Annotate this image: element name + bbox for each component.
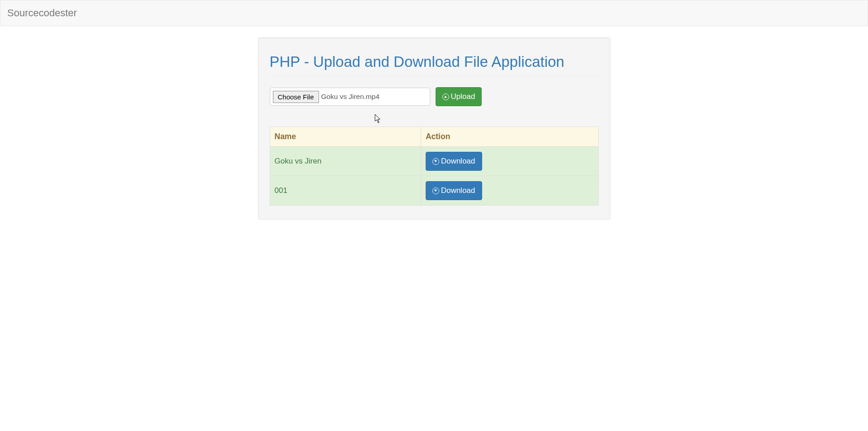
cell-name: Goku vs Jiren: [270, 147, 421, 176]
upload-button[interactable]: Upload: [436, 87, 482, 106]
download-button-label: Download: [441, 157, 475, 166]
page-title: PHP - Upload and Download File Applicati…: [270, 53, 599, 70]
download-button[interactable]: Download: [426, 152, 482, 171]
cell-action: Download: [421, 147, 598, 176]
cell-action: Download: [421, 176, 598, 206]
table-row: Goku vs Jiren Download: [270, 147, 598, 176]
header-name: Name: [270, 127, 421, 147]
table-header-row: Name Action: [270, 127, 598, 147]
choose-file-button[interactable]: Choose File: [273, 91, 319, 103]
upload-form: Choose File Goku vs Jiren.mp4 Upload: [270, 87, 599, 106]
download-button-label: Download: [441, 186, 475, 195]
divider: [270, 76, 599, 76]
chosen-filename: Goku vs Jiren.mp4: [321, 93, 380, 101]
download-button[interactable]: Download: [426, 181, 482, 200]
upload-button-label: Upload: [451, 92, 475, 101]
main-container: PHP - Upload and Download File Applicati…: [258, 37, 610, 220]
files-table: Name Action Goku vs Jiren Download 001: [270, 126, 599, 206]
download-icon: [432, 187, 439, 194]
cell-name: 001: [270, 176, 421, 206]
brand-link[interactable]: Sourcecodester: [7, 0, 77, 26]
header-action: Action: [421, 127, 598, 147]
download-icon: [432, 158, 439, 165]
navbar: Sourcecodester: [0, 0, 868, 26]
table-row: 001 Download: [270, 176, 598, 206]
file-input[interactable]: Choose File Goku vs Jiren.mp4: [270, 88, 430, 106]
panel: PHP - Upload and Download File Applicati…: [258, 37, 610, 220]
upload-icon: [442, 94, 449, 100]
